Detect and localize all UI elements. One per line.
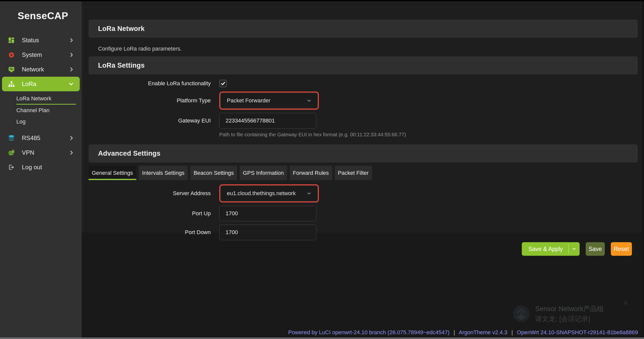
lora-settings-section-bar: LoRa Settings	[89, 56, 638, 74]
field-label: Enable LoRa functionality	[89, 80, 211, 87]
sidebar-item-label: Log out	[22, 164, 42, 171]
chevron-right-icon	[69, 135, 74, 141]
gateway-eui-hint: Path to file containing the Gateway EUI …	[219, 132, 638, 138]
watermark-overlay: Sensor Network产品组 谭文龙: [会话记录]	[513, 304, 631, 331]
check-icon	[221, 81, 226, 86]
sidebar-item-status[interactable]: Status	[0, 33, 82, 48]
section-title: LoRa Settings	[98, 62, 145, 69]
network-icon	[8, 66, 15, 73]
sidebar-item-network[interactable]: Network	[0, 62, 82, 77]
port-down-row: Port Down	[89, 225, 638, 240]
content-pane: LoRa Network Configure LoRa radio parame…	[82, 1, 644, 233]
platform-type-select[interactable]: Packet Forwarder	[221, 93, 318, 108]
advanced-settings-section-bar: Advanced Settings	[89, 144, 638, 162]
watermark-line1: Sensor Network产品组	[535, 304, 604, 314]
sidebar-item-logout[interactable]: Log out	[0, 160, 82, 175]
submenu-item-log[interactable]: Log	[16, 116, 76, 127]
footer-link-openwrt[interactable]: OpenWrt 24.10-SNAPSHOT-r29141-81be8a8869	[517, 329, 638, 335]
scrollbar-track[interactable]	[642, 1, 644, 338]
submenu-label: Channel Plan	[16, 107, 50, 114]
sidebar-item-system[interactable]: System	[0, 48, 82, 62]
field-label: Server Address	[89, 190, 211, 197]
page-title-bar: LoRa Network	[89, 20, 638, 38]
field-label: Port Up	[89, 210, 211, 217]
tab-forward-rules[interactable]: Forward Rules	[290, 166, 332, 180]
save-button[interactable]: Save	[586, 242, 605, 256]
field-label: Port Down	[89, 229, 211, 236]
tab-beacon-settings[interactable]: Beacon Settings	[190, 166, 237, 180]
page-title: LoRa Network	[98, 25, 145, 33]
section-title: Advanced Settings	[98, 150, 160, 157]
sidebar-item-label: Status	[22, 37, 39, 44]
watermark-line2: 谭文龙: [会话记录]	[535, 314, 604, 324]
sidebar-item-label: System	[22, 51, 42, 58]
submenu-item-channel-plan[interactable]: Channel Plan	[16, 105, 76, 116]
top-window-strip	[0, 0, 644, 1]
sidebar: SenseCAP Status System Network	[0, 1, 82, 338]
server-address-row: Server Address eu1.cloud.thethings.netwo…	[89, 184, 638, 202]
sidebar-item-label: Network	[22, 66, 44, 73]
chevron-right-icon	[69, 37, 74, 43]
sidebar-item-lora[interactable]: LoRa	[2, 77, 80, 91]
system-icon	[8, 51, 15, 59]
footer-link-luci[interactable]: Powered by LuCI openwrt-24.10 branch (26…	[288, 329, 450, 335]
chevron-down-icon	[68, 81, 74, 87]
rs485-database-icon	[8, 134, 15, 142]
footer: Powered by LuCI openwrt-24.10 branch (26…	[288, 329, 638, 336]
enable-lora-checkbox[interactable]	[219, 80, 227, 87]
highlight-outline: Packet Forwarder	[219, 92, 319, 110]
tab-packet-filter[interactable]: Packet Filter	[335, 166, 372, 180]
save-apply-dropdown-chevron-icon[interactable]	[569, 246, 580, 251]
field-label: Gateway EUI	[89, 117, 211, 124]
chevron-right-icon	[69, 52, 74, 58]
sidebar-item-label: VPN	[22, 149, 34, 156]
footer-separator: |	[454, 329, 455, 335]
enable-lora-row: Enable LoRa functionality	[89, 80, 638, 87]
lora-submenu: LoRa Network Channel Plan Log	[0, 93, 82, 127]
chevron-down-icon	[306, 98, 312, 103]
field-label: Platform Type	[89, 97, 211, 104]
submenu-label: Log	[16, 118, 26, 125]
footer-separator: |	[511, 329, 513, 335]
tab-gps-information[interactable]: GPS Information	[240, 166, 287, 180]
app-logo: SenseCAP	[0, 1, 82, 21]
footer-link-theme[interactable]: ArgonTheme v2.4.3	[459, 329, 507, 335]
chevron-right-icon	[69, 150, 74, 155]
action-buttons: Save & Apply Save Reset	[522, 242, 632, 256]
watermark-text: Sensor Network产品组 谭文龙: [会话记录]	[535, 304, 604, 324]
save-apply-label: Save & Apply	[522, 246, 568, 252]
highlight-outline: eu1.cloud.thethings.network	[219, 184, 319, 202]
sidebar-item-label: LoRa	[22, 80, 36, 88]
bottom-window-strip	[0, 338, 644, 339]
port-down-input[interactable]	[219, 225, 316, 240]
sidebar-item-label: RS485	[22, 135, 40, 142]
reset-button[interactable]: Reset	[611, 242, 632, 256]
save-apply-button[interactable]: Save & Apply	[522, 242, 580, 256]
lora-sitemap-icon	[8, 80, 15, 88]
close-icon[interactable]	[622, 299, 629, 306]
advanced-settings-tabs: General Settings Intervals Settings Beac…	[89, 166, 638, 180]
status-icon	[8, 36, 15, 44]
gateway-eui-input[interactable]	[219, 113, 316, 129]
submenu-label: LoRa Network	[16, 95, 51, 102]
port-up-row: Port Up	[89, 206, 638, 221]
server-address-select[interactable]: eu1.cloud.thethings.network	[221, 186, 318, 201]
sidebar-item-rs485[interactable]: RS485	[0, 131, 82, 145]
main-content: LoRa Network Configure LoRa radio parame…	[82, 1, 644, 338]
tab-general-settings[interactable]: General Settings	[89, 166, 136, 180]
chevron-down-icon	[306, 191, 312, 196]
platform-type-row: Platform Type Packet Forwarder	[89, 92, 638, 110]
selected-value: eu1.cloud.thethings.network	[227, 190, 296, 197]
tab-intervals-settings[interactable]: Intervals Settings	[139, 166, 188, 180]
gateway-eui-row: Gateway EUI	[89, 113, 638, 129]
vpn-globe-lock-icon	[8, 149, 15, 156]
selected-value: Packet Forwarder	[227, 97, 271, 104]
page-description: Configure LoRa radio parameters.	[98, 46, 638, 52]
chevron-right-icon	[69, 67, 74, 72]
watermark-logo-icon	[513, 306, 530, 322]
submenu-item-lora-network[interactable]: LoRa Network	[16, 93, 76, 105]
port-up-input[interactable]	[219, 206, 316, 221]
sensecap-luci-page: { "sidebar": { "logo": "SenseCAP", "item…	[0, 0, 644, 339]
sidebar-menu: Status System Network	[0, 33, 82, 175]
sidebar-item-vpn[interactable]: VPN	[0, 145, 82, 160]
